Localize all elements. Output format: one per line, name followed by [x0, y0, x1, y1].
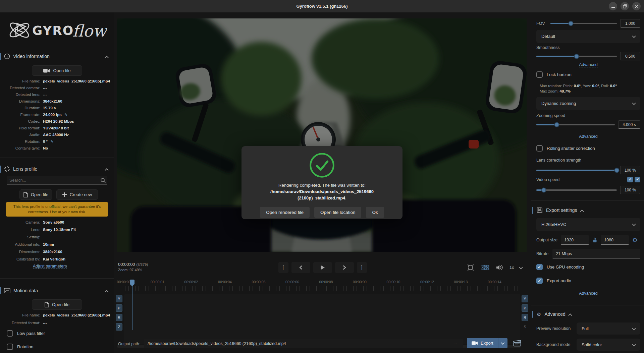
fov-label: FOV — [536, 21, 547, 26]
render-queue-icon[interactable] — [513, 339, 522, 347]
checkbox-box[interactable]: ✓ — [7, 330, 13, 337]
video-speed-slider[interactable] — [536, 189, 617, 191]
zooming-advanced-row: Advanced — [536, 133, 640, 139]
timeline-lane[interactable] — [124, 294, 520, 344]
timeline-ruler[interactable]: 00:00:0000:00:0100:00:0200:00:0400:00:05… — [117, 280, 521, 293]
checkbox-box[interactable]: ✓ — [635, 177, 640, 182]
advanced-header[interactable]: ⚙ Advanced — [532, 310, 643, 318]
dropdown-value: Default — [541, 34, 555, 39]
track-labels-right: YPRS — [522, 295, 528, 331]
output-height-input[interactable] — [601, 235, 629, 245]
checkbox-box[interactable]: ✓ — [627, 177, 633, 182]
video-speed-value[interactable]: 100 % — [620, 186, 640, 194]
output-width-input[interactable] — [561, 235, 589, 245]
gyro-motion-icon[interactable] — [481, 263, 490, 272]
lens-correction-value[interactable]: 100 % — [620, 166, 640, 174]
collapse-chevron[interactable] — [105, 288, 108, 294]
next-frame-button[interactable] — [335, 262, 354, 273]
speed-dropdown-chevron[interactable] — [520, 264, 522, 271]
edit-icon[interactable]: ✎ — [64, 113, 67, 117]
preview-resolution-dropdown[interactable]: Full — [577, 322, 640, 335]
export-advanced-link[interactable]: Advanced — [579, 291, 598, 296]
open-file-location-button[interactable]: Open file location — [314, 207, 361, 218]
browse-output-button[interactable]: ... — [453, 341, 457, 345]
chevron-down-icon — [633, 101, 635, 106]
minimize-button[interactable] — [609, 2, 617, 10]
export-options-chevron[interactable] — [498, 338, 507, 348]
info-row: Frame rate:24.000 fps✎ — [0, 113, 114, 119]
close-button[interactable] — [632, 2, 641, 10]
smoothing-profile-dropdown[interactable]: Default — [536, 30, 640, 43]
title-bar: Gyroflow v1.5.1 (gh1266) — [0, 0, 644, 12]
low-pass-filter-checkbox[interactable]: ✓ Low pass filter — [7, 330, 45, 337]
motion-data-header[interactable]: Motion data — [0, 287, 114, 295]
output-size-settings-icon[interactable]: ⚙ — [632, 237, 637, 243]
collapse-chevron[interactable] — [569, 311, 572, 317]
zooming-mode-dropdown[interactable]: Dynamic zooming — [536, 97, 640, 110]
checkbox-box[interactable]: ✓ — [536, 71, 543, 78]
export-settings-header[interactable]: Export settings — [532, 206, 643, 214]
zooming-advanced-link[interactable]: Advanced — [579, 134, 598, 139]
lock-ratio-icon[interactable] — [592, 237, 597, 243]
create-new-button[interactable]: Create new — [56, 189, 98, 200]
collapse-chevron[interactable] — [581, 207, 583, 213]
playhead-handle[interactable] — [130, 280, 135, 285]
field-label: Dimensions: — [3, 99, 40, 103]
volume-icon[interactable] — [496, 264, 504, 271]
zooming-speed-value[interactable]: 4.000 s — [618, 120, 640, 129]
fov-slider[interactable] — [550, 23, 617, 24]
track-toggle-y[interactable]: Y — [116, 295, 122, 302]
previous-frame-button[interactable] — [291, 262, 310, 273]
rotation-checkbox[interactable]: ✓ Rotation — [7, 344, 33, 350]
lens-profile-warning: This lens profile is unofficial, we can'… — [6, 202, 108, 217]
checkbox-box[interactable]: ✓ — [536, 145, 543, 152]
playback-speed[interactable]: 1x — [509, 265, 514, 270]
gpu-encoding-checkbox[interactable]: ✓ Use GPU encoding — [536, 264, 640, 270]
lens-search-input[interactable] — [7, 176, 107, 185]
collapse-chevron[interactable] — [105, 166, 108, 172]
codec-dropdown[interactable]: H.265/HEVC — [536, 218, 640, 231]
video-open-file-button[interactable]: Open file — [32, 65, 82, 76]
video-information-header[interactable]: Video information — [0, 52, 114, 60]
checkbox-box[interactable]: ✓ — [536, 264, 543, 270]
video-speed-option-checkbox-2[interactable]: ✓ — [635, 177, 640, 182]
zooming-speed-slider[interactable] — [536, 124, 615, 125]
background-mode-dropdown[interactable]: Solid color — [577, 339, 640, 351]
maximize-button[interactable] — [621, 2, 629, 10]
motion-open-file-button[interactable]: Open file — [32, 299, 82, 310]
bitrate-input[interactable] — [552, 249, 640, 258]
smoothness-value[interactable]: 0.500 — [620, 52, 640, 60]
export-button[interactable]: Export — [467, 338, 507, 348]
track-toggle-z[interactable]: Z — [116, 323, 122, 331]
lens-open-file-button[interactable]: Open file — [19, 189, 52, 200]
checkbox-box[interactable]: ✓ — [7, 344, 13, 350]
trim-start-button[interactable]: [ — [278, 262, 288, 273]
smoothing-advanced-link[interactable]: Advanced — [579, 62, 598, 67]
export-button-main[interactable]: Export — [467, 338, 498, 348]
play-icon — [320, 265, 325, 270]
checkbox-box[interactable]: ✓ — [536, 278, 543, 284]
fov-value[interactable]: 1.000 — [620, 19, 640, 27]
ok-button[interactable]: Ok — [366, 207, 384, 218]
trim-end-button[interactable]: ] — [357, 262, 367, 273]
edit-icon[interactable]: ✎ — [50, 139, 53, 144]
track-toggle-r[interactable]: R — [116, 314, 122, 321]
collapse-chevron[interactable] — [105, 53, 108, 59]
track-toggle-right-r[interactable]: R — [522, 314, 528, 321]
adjust-parameters-link[interactable]: Adjust parameters — [33, 264, 67, 269]
smoothness-slider[interactable] — [536, 56, 617, 57]
lock-horizon-checkbox[interactable]: ✓ Lock horizon — [536, 71, 640, 78]
stabilization-overlay-icon[interactable] — [466, 263, 475, 272]
section-accent — [0, 53, 1, 60]
lens-profile-header[interactable]: Lens profile — [0, 165, 114, 173]
track-toggle-right-p[interactable]: P — [522, 304, 528, 312]
rolling-shutter-checkbox[interactable]: ✓ Rolling shutter correction — [536, 145, 640, 152]
lens-correction-slider[interactable] — [536, 170, 617, 171]
export-audio-checkbox[interactable]: ✓ Export audio — [536, 278, 640, 284]
open-rendered-file-button[interactable]: Open rendered file — [260, 207, 310, 218]
video-speed-option-checkbox-1[interactable]: ✓ — [627, 177, 633, 182]
track-toggle-right-y[interactable]: Y — [522, 295, 528, 302]
play-button[interactable] — [313, 262, 332, 273]
output-path-input[interactable] — [144, 339, 463, 348]
track-toggle-p[interactable]: P — [116, 304, 122, 312]
